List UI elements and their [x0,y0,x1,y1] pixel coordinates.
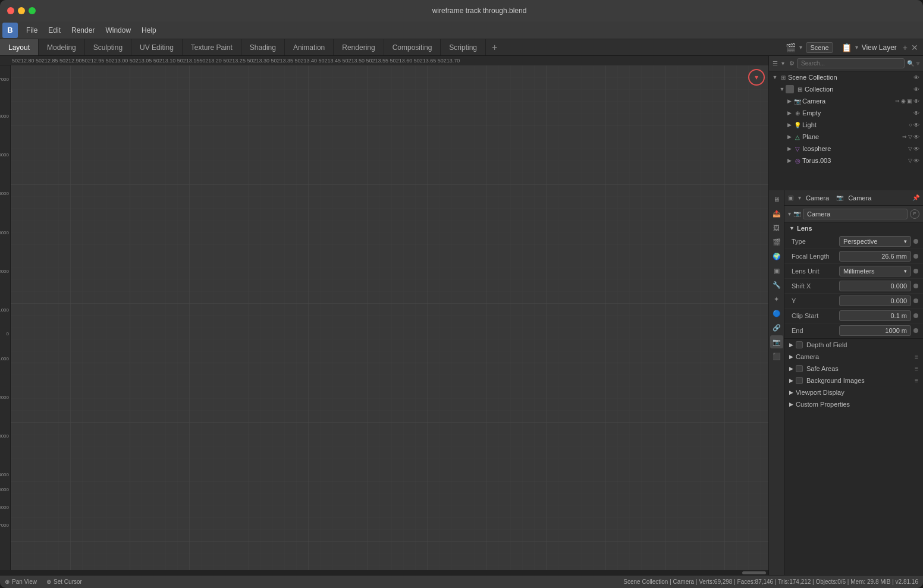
outliner-item-light[interactable]: ▶ 💡 Light ○ 👁 [769,119,923,131]
shift-x-value[interactable]: 0.000 [839,281,911,291]
tab-add-button[interactable]: + [486,39,503,55]
lens-section-header[interactable]: ▼ Lens [784,222,923,234]
cam-right-label: Camera [848,194,871,202]
outliner-item-camera[interactable]: ▶ 📷 Camera ⇒ ◉ ▣ 👁 [769,95,923,107]
outliner-item-plane[interactable]: ▶ △ Plane ⇒ ▽ 👁 [769,131,923,143]
tab-texture-paint[interactable]: Texture Paint [183,39,241,55]
camera-fake-user-btn[interactable]: F [910,209,919,219]
custom-props-section[interactable]: ▶ Custom Properties [784,398,923,410]
item-icosphere-eye[interactable]: 👁 [913,146,919,152]
tab-compositing[interactable]: Compositing [384,39,441,55]
safe-areas-section[interactable]: ▶ Safe Areas ≡ [784,363,923,375]
close-button[interactable] [7,7,14,14]
item-collection-eye[interactable]: 👁 [913,86,919,93]
minimize-button[interactable] [18,7,25,14]
viewport-overlay-circle[interactable]: ▾ [748,69,765,86]
camera-section[interactable]: ▶ Camera ≡ [784,351,923,363]
pan-view-item: ⊕ Pan View [5,578,37,585]
viewport-display-section[interactable]: ▶ Viewport Display [784,386,923,398]
tab-modeling[interactable]: Modeling [39,39,85,55]
tab-sculpting[interactable]: Sculpting [85,39,131,55]
item-plane-eye[interactable]: 👁 [913,134,919,140]
prop-icon-world[interactable]: 🌍 [770,250,783,263]
lens-type-dropdown[interactable]: Perspective ▾ [839,236,911,247]
shift-x-dot[interactable] [913,284,918,288]
item-scene-collection-label: Scene Collection [788,74,913,81]
ruler-left-neg2000: -2000 [0,395,9,400]
viewport-canvas[interactable]: ▾ [11,65,768,570]
item-camera-eye[interactable]: 👁 [913,98,919,105]
outliner-item-scene-collection[interactable]: ▼ ⊞ Scene Collection 👁 [769,71,923,83]
item-empty-eye[interactable]: 👁 [913,110,919,117]
prop-icon-scene[interactable]: 🎬 [770,235,783,249]
tab-rendering[interactable]: Rendering [334,39,384,55]
outliner-item-collection[interactable]: ▼ ⊞ Collection 👁 [769,83,923,95]
prop-icon-material[interactable]: ⬛ [770,350,783,363]
focal-length-value[interactable]: 26.6 mm [839,251,911,262]
prop-icon-object-data[interactable]: 📷 [770,335,783,348]
menu-edit[interactable]: Edit [43,24,65,36]
dof-checkbox[interactable] [796,341,803,348]
titlebar: wireframe track through.blend [0,0,923,21]
lens-type-dot[interactable] [913,239,918,244]
prop-icon-object[interactable]: ▣ [770,264,783,277]
item-light-eye[interactable]: 👁 [913,122,919,128]
clip-end-value[interactable]: 1000 m [839,325,911,336]
viewport-body: 7000 6000 5000 4000 3000 2000 1000 0 -10… [0,65,768,570]
menu-window[interactable]: Window [101,24,136,36]
lens-unit-value: Millimeters [843,268,875,275]
shift-y-row: Y 0.000 [784,294,923,309]
scene-dropdown-icon: ▾ [799,44,802,51]
item-camera-label: Camera [802,98,895,105]
prop-icon-constraints[interactable]: 🔗 [770,321,783,334]
scroll-thumb-h[interactable] [742,571,766,574]
icon-empty: ⊕ [793,108,802,118]
cam-pin-icon[interactable]: 📌 [912,194,919,201]
maximize-button[interactable] [29,7,36,14]
bg-images-section[interactable]: ▶ Background Images ≡ [784,375,923,386]
prop-icon-render[interactable]: 🖥 [770,193,783,206]
shift-y-dot[interactable] [913,298,918,303]
menu-render[interactable]: Render [67,24,99,36]
tab-scripting[interactable]: Scripting [441,39,486,55]
prop-icon-view[interactable]: 🖼 [770,221,783,234]
dof-section[interactable]: ▶ Depth of Field [784,339,923,351]
clip-start-dot[interactable] [913,313,918,318]
menu-file[interactable]: File [21,24,42,36]
item-torus-eye[interactable]: 👁 [913,158,919,164]
camera-name-input[interactable] [803,209,908,219]
shift-y-value[interactable]: 0.000 [839,295,911,306]
item-scene-eye[interactable]: 👁 [913,74,919,81]
focal-length-dot[interactable] [913,254,918,259]
tab-animation[interactable]: Animation [285,39,334,55]
cam-data-bar: ▣ ▾ Camera 📷 Camera 📌 [784,190,923,206]
bg-images-checkbox[interactable] [796,377,803,384]
outliner-content: ▼ ⊞ Scene Collection 👁 ▼ ⊞ Collection 👁 … [769,71,923,190]
viewport-scroll-h[interactable] [0,570,768,575]
outliner-item-empty[interactable]: ▶ ⊕ Empty 👁 [769,107,923,119]
outliner-item-torus[interactable]: ▶ ◎ Torus.003 ▽ 👁 [769,155,923,166]
light-extra-icon: ○ [909,122,912,128]
tab-shading[interactable]: Shading [241,39,285,55]
menu-help[interactable]: Help [137,24,161,36]
outliner-search-input[interactable] [797,58,905,68]
clip-start-value[interactable]: 0.1 m [839,310,911,321]
lens-unit-dropdown[interactable]: Millimeters ▾ [839,266,911,276]
prop-icon-output[interactable]: 📤 [770,207,783,220]
tab-uv-editing[interactable]: UV Editing [131,39,183,55]
safe-areas-checkbox[interactable] [796,365,803,372]
scene-selector[interactable]: Scene [806,42,833,53]
lens-unit-dot[interactable] [913,269,918,273]
safe-areas-label: Safe Areas [806,365,839,372]
grid-svg [11,65,768,570]
tab-layout[interactable]: Layout [0,39,39,55]
prop-icon-modifier[interactable]: 🔧 [770,278,783,291]
outliner-item-icosphere[interactable]: ▶ ▽ Icosphere ▽ 👁 [769,143,923,155]
bg-images-label: Background Images [806,377,865,384]
outliner-view-icon: ☰ [773,60,778,67]
lens-section-label: Lens [797,225,812,232]
focal-length-label: Focal Length [792,253,839,260]
clip-end-dot[interactable] [913,328,918,333]
prop-icon-particles[interactable]: ✦ [770,293,783,306]
prop-icon-physics[interactable]: 🔵 [770,307,783,320]
